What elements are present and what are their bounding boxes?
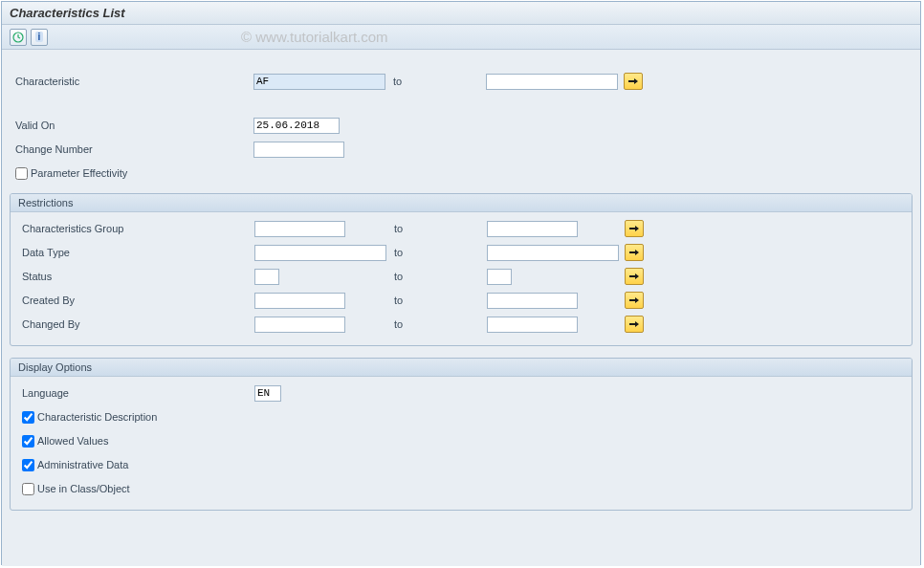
display-option-checkbox[interactable] bbox=[22, 459, 34, 471]
label-change-number: Change Number bbox=[10, 142, 253, 157]
display-option-cell: Administrative Data bbox=[16, 457, 254, 473]
row-characteristic: Characteristic to bbox=[10, 71, 913, 92]
to-label: to bbox=[386, 295, 487, 306]
display-option-label: Allowed Values bbox=[37, 435, 108, 447]
row-change-number: Change Number bbox=[10, 139, 913, 160]
restriction-multi-button[interactable] bbox=[625, 292, 644, 309]
arrow-right-icon bbox=[629, 225, 639, 232]
info-icon: i bbox=[35, 32, 44, 42]
arrow-right-icon bbox=[629, 273, 639, 280]
display-option-checkbox[interactable] bbox=[22, 411, 34, 424]
row-parameter-effectivity: Parameter Effectivity bbox=[10, 163, 913, 184]
display-option-label: Use in Class/Object bbox=[37, 483, 130, 494]
display-option-row: Allowed Values bbox=[16, 430, 906, 451]
display-options-body: Language Characteristic DescriptionAllow… bbox=[11, 377, 912, 510]
restriction-multi-button[interactable] bbox=[625, 220, 644, 237]
parameter-effectivity-label: Parameter Effectivity bbox=[31, 167, 127, 179]
display-options-header: Display Options bbox=[11, 359, 912, 377]
display-option-row: Administrative Data bbox=[16, 454, 906, 475]
restriction-row: Statusto bbox=[16, 266, 906, 287]
clock-execute-icon bbox=[12, 32, 24, 43]
characteristic-to-input[interactable] bbox=[486, 74, 618, 90]
to-label: to bbox=[385, 76, 486, 87]
restriction-from-input[interactable] bbox=[254, 245, 386, 261]
restriction-to-input[interactable] bbox=[487, 245, 619, 261]
display-option-label: Characteristic Description bbox=[37, 411, 157, 423]
restriction-label: Changed By bbox=[16, 317, 254, 332]
info-button[interactable]: i bbox=[31, 29, 48, 46]
arrow-right-icon bbox=[628, 77, 638, 85]
to-label: to bbox=[386, 223, 487, 234]
display-options-group: Display Options Language Characteristic … bbox=[10, 358, 913, 511]
app-window: Characteristics List i © www.tutorialkar… bbox=[1, 1, 921, 565]
parameter-effectivity-checkbox[interactable] bbox=[15, 167, 28, 180]
language-input[interactable] bbox=[254, 385, 281, 402]
restriction-from-input[interactable] bbox=[254, 269, 279, 285]
display-option-row: Characteristic Description bbox=[16, 406, 906, 427]
display-option-cell: Use in Class/Object bbox=[16, 481, 254, 497]
selection-screen: Characteristic to Valid On Change Number… bbox=[2, 50, 920, 566]
row-valid-on: Valid On bbox=[10, 115, 913, 136]
title-bar: Characteristics List bbox=[2, 2, 920, 25]
toolbar: i © www.tutorialkart.com bbox=[2, 25, 920, 50]
restriction-row: Changed Byto bbox=[16, 314, 906, 335]
restriction-multi-button[interactable] bbox=[625, 268, 644, 285]
restriction-label: Characteristics Group bbox=[16, 221, 254, 236]
restriction-to-input[interactable] bbox=[487, 269, 512, 285]
restriction-to-input[interactable] bbox=[487, 221, 578, 237]
restriction-row: Characteristics Groupto bbox=[16, 218, 906, 239]
parameter-effectivity-cell: Parameter Effectivity bbox=[10, 165, 253, 182]
restriction-label: Status bbox=[16, 269, 254, 284]
to-label: to bbox=[386, 271, 487, 282]
restriction-row: Created Byto bbox=[16, 290, 906, 311]
row-language: Language bbox=[16, 382, 906, 404]
restriction-multi-button[interactable] bbox=[625, 316, 644, 333]
arrow-right-icon bbox=[629, 320, 639, 328]
restriction-to-input[interactable] bbox=[487, 317, 578, 333]
restrictions-group: Restrictions Characteristics GrouptoData… bbox=[10, 193, 913, 346]
display-option-row: Use in Class/Object bbox=[16, 478, 906, 499]
restriction-multi-button[interactable] bbox=[625, 244, 644, 261]
valid-on-input[interactable] bbox=[253, 118, 340, 134]
arrow-right-icon bbox=[629, 296, 639, 304]
label-valid-on: Valid On bbox=[10, 118, 253, 133]
watermark: © www.tutorialkart.com bbox=[241, 29, 388, 45]
label-characteristic: Characteristic bbox=[10, 74, 253, 89]
change-number-input[interactable] bbox=[253, 142, 344, 158]
display-checkbox-list: Characteristic DescriptionAllowed Values… bbox=[16, 406, 906, 499]
to-label: to bbox=[386, 318, 487, 330]
characteristic-multi-button[interactable] bbox=[624, 73, 643, 90]
restriction-to-input[interactable] bbox=[487, 293, 578, 309]
display-option-checkbox[interactable] bbox=[22, 435, 34, 448]
restriction-label: Data Type bbox=[16, 245, 254, 260]
restrictions-header: Restrictions bbox=[11, 194, 912, 212]
restriction-row: Data Typeto bbox=[16, 242, 906, 263]
arrow-right-icon bbox=[629, 249, 639, 256]
label-language: Language bbox=[16, 385, 254, 401]
restriction-from-input[interactable] bbox=[254, 293, 345, 309]
display-option-cell: Characteristic Description bbox=[16, 409, 254, 426]
display-option-label: Administrative Data bbox=[37, 459, 128, 470]
restriction-from-input[interactable] bbox=[254, 221, 345, 237]
display-option-checkbox[interactable] bbox=[22, 483, 34, 495]
characteristic-from-input[interactable] bbox=[253, 74, 385, 90]
restriction-from-input[interactable] bbox=[254, 317, 345, 333]
execute-button[interactable] bbox=[10, 29, 27, 46]
to-label: to bbox=[386, 247, 487, 258]
display-option-cell: Allowed Values bbox=[16, 433, 254, 449]
page-title: Characteristics List bbox=[10, 6, 913, 20]
restriction-label: Created By bbox=[16, 293, 254, 308]
restrictions-body: Characteristics GrouptoData TypetoStatus… bbox=[11, 212, 912, 345]
